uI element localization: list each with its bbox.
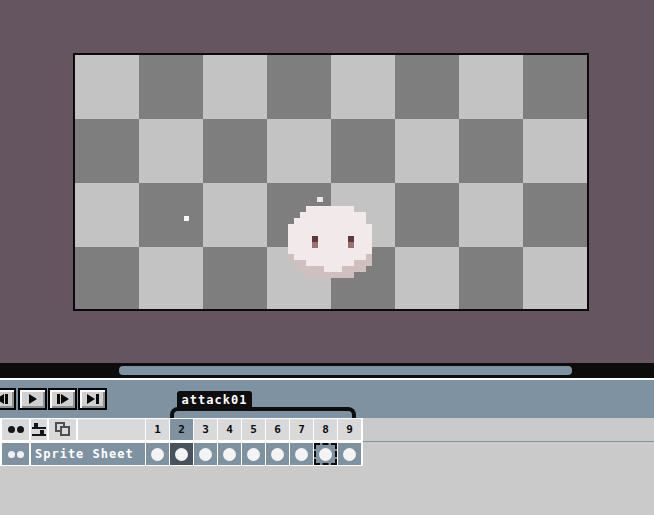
onion-skin-button[interactable] — [49, 419, 76, 440]
cel-content-dot — [151, 448, 164, 461]
frame-number-1[interactable]: 1 — [146, 419, 169, 440]
frame-number-8[interactable]: 8 — [314, 419, 337, 440]
play-button[interactable] — [18, 388, 47, 410]
play-icon — [29, 394, 37, 404]
cel-frame-8[interactable] — [314, 443, 337, 465]
timeline-settings-button[interactable] — [31, 419, 47, 440]
play-from-start-button[interactable] — [48, 388, 77, 410]
tag-label[interactable]: attack01 — [177, 391, 252, 409]
sprite-pixel — [366, 260, 372, 266]
sprite-pixel — [360, 266, 366, 272]
cel-frame-7[interactable] — [290, 443, 313, 465]
layer-visibility-toggle[interactable] — [2, 443, 29, 465]
cel-content-dot — [223, 448, 236, 461]
white-speck — [184, 216, 189, 221]
timeline-panel: attack01 1234567 — [0, 380, 654, 515]
frame-number-9[interactable]: 9 — [338, 419, 361, 440]
skip-forward-bar-icon — [96, 394, 99, 404]
layer-visibility-header-toggle[interactable] — [2, 419, 29, 440]
frame-number-4[interactable]: 4 — [218, 419, 241, 440]
eyes-visibility-icon — [2, 419, 29, 440]
bar-play-icon — [61, 394, 69, 404]
header-spacer — [78, 419, 145, 440]
skip-backward-icon — [0, 394, 4, 404]
frame-number-6[interactable]: 6 — [266, 419, 289, 440]
cel-content-dot — [199, 448, 212, 461]
horizontal-scrollbar-thumb[interactable] — [119, 366, 572, 375]
skip-backward-bar-icon — [5, 394, 8, 404]
overlap-squares-icon — [54, 422, 71, 437]
go-to-first-frame-button[interactable] — [0, 388, 16, 410]
cel-content-dot — [343, 448, 356, 461]
sprite-canvas[interactable] — [73, 53, 589, 311]
cel-frame-4[interactable] — [218, 443, 241, 465]
cel-content-dot — [295, 448, 308, 461]
cel-frame-3[interactable] — [194, 443, 217, 465]
editor-window: attack01 1234567 — [0, 0, 654, 515]
cel-frame-6[interactable] — [266, 443, 289, 465]
sprite-pixel — [348, 272, 354, 278]
layer-row: Sprite Sheet — [0, 442, 654, 466]
frame-number-5[interactable]: 5 — [242, 419, 265, 440]
timeline-empty-area — [0, 466, 654, 515]
timeline-header-row: 123456789 — [0, 418, 654, 441]
eyes-visible-icon — [2, 443, 29, 465]
go-to-last-frame-button[interactable] — [78, 388, 107, 410]
layer-name[interactable]: Sprite Sheet — [31, 443, 145, 465]
sliders-settings-icon — [32, 423, 46, 436]
bar-play-bar-icon — [57, 394, 60, 404]
cel-content-dot — [271, 448, 284, 461]
cel-content-dot — [175, 448, 188, 461]
cel-frame-2[interactable] — [170, 443, 193, 465]
frame-number-7[interactable]: 7 — [290, 419, 313, 440]
frame-number-3[interactable]: 3 — [194, 419, 217, 440]
cel-frame-9[interactable] — [338, 443, 361, 465]
skip-forward-icon — [87, 394, 95, 404]
cel-content-dot — [319, 448, 332, 461]
frame-number-2[interactable]: 2 — [170, 419, 193, 440]
cel-content-dot — [247, 448, 260, 461]
cel-frame-1[interactable] — [146, 443, 169, 465]
cel-frame-5[interactable] — [242, 443, 265, 465]
droplet-pixel — [317, 197, 323, 202]
horizontal-scrollbar[interactable] — [0, 363, 654, 378]
